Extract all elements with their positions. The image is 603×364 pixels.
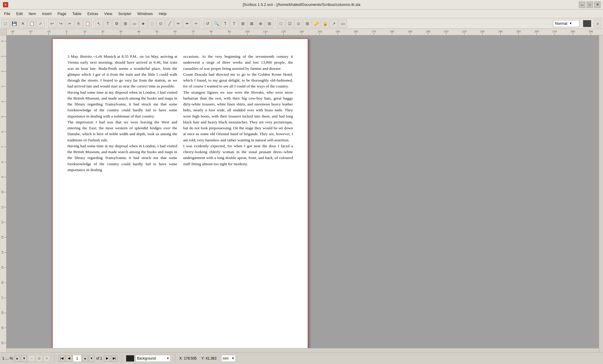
zoom-down-button[interactable]: ▼ [21,355,27,362]
paste-button[interactable]: 📋 [83,19,92,28]
cut-button[interactable]: ✂ [66,19,74,28]
page-navigation: |◀ ◀ 1 ▲ ▼ of 1 ▶ ▶| [59,355,117,362]
menu-table[interactable]: Table [69,10,85,17]
check-button[interactable]: ✓ [37,19,45,28]
svg-text:290: 290 [589,30,593,33]
zoom-fit-button[interactable]: ⊙ [36,355,42,362]
pdf-checkbox[interactable]: ☑ [286,19,294,28]
pdf-radio[interactable]: ⊙ [294,19,303,28]
next-page-button[interactable]: ▶ [104,355,110,362]
svg-text:70: 70 [192,30,195,33]
arc-tool[interactable]: ◌ [148,19,156,28]
menu-view[interactable]: View [101,10,115,17]
status-bar: 1·…·% ▲ ▼ − ⊙ + |◀ ◀ 1 ▲ ▼ of 1 ▶ ▶| Bac… [0,352,603,364]
new-button[interactable]: □ [1,19,9,28]
coords-section: X: 178.505 Y: 41.363 mm ▼ [179,355,236,362]
zoom-in-button[interactable]: + [44,355,50,362]
svg-text:17: 17 [1,296,4,299]
col2-paragraph-4: I was evidently expected, for when I got… [183,143,293,167]
col1-paragraph-3: The impression I had was that we were le… [67,119,177,143]
menu-item[interactable]: Item [26,10,39,17]
svg-text:60: 60 [174,30,177,33]
svg-text:250: 250 [516,30,521,33]
svg-text:12: 12 [1,221,4,224]
spiral-tool[interactable]: ⊙ [157,19,165,28]
text-column-2[interactable]: occasions. At the very beginning of the … [183,54,293,347]
svg-text:150: 150 [336,30,340,33]
redo-button[interactable]: ↪ [57,19,65,28]
zoom-up-button[interactable]: ▲ [14,355,20,362]
menu-extras[interactable]: Extras [85,10,101,17]
page-up-button[interactable]: ▲ [82,355,88,362]
svg-text:210: 210 [444,30,448,33]
pdf-annotation[interactable]: ▭ [339,19,347,28]
menu-file[interactable]: File [1,10,13,17]
sep2 [93,20,93,27]
line-tool[interactable]: ╱ [165,19,174,28]
menu-windows[interactable]: Windows [134,10,156,17]
menu-insert[interactable]: Insert [39,10,55,17]
close-doc-button[interactable]: ✕ [19,19,27,28]
save-button[interactable]: 💾 [10,19,18,28]
unit-dropdown[interactable]: mm ▼ [221,355,236,362]
preflight-button[interactable]: 📋 [28,19,36,28]
scrollbar-horizontal[interactable] [6,348,599,352]
freehand-tool[interactable]: ✒ [183,19,191,28]
layer-section: Background ▼ [126,355,171,362]
prev-page-button[interactable]: ◀ [66,355,72,362]
window-title: [Scribus 1.5.2.svn - [/home/khaled/Docum… [243,2,360,7]
pdf-text-field[interactable]: ⊞ [303,19,312,28]
svg-text:100: 100 [245,30,250,33]
zoom-out-button[interactable]: − [28,355,35,362]
text-column-1[interactable]: 3 May. Bistritz.--Left Munich at 8:35 P.… [67,54,177,347]
unlink-tool[interactable]: ⊠ [248,19,256,28]
text-edit-2[interactable]: T [230,19,238,28]
text-edit-1[interactable]: T [221,19,229,28]
svg-text:260: 260 [534,30,539,33]
layer-dropdown[interactable]: Background ▼ [135,355,171,362]
eye-dropper[interactable]: ⊕ [256,19,265,28]
color-swatch[interactable] [583,20,591,27]
pdf-link[interactable]: ↗ [330,19,338,28]
svg-text:10: 10 [1,191,4,193]
table-tool[interactable]: ⊞ [121,19,130,28]
copy-button[interactable]: ⎘ [74,19,83,28]
menu-help[interactable]: Help [156,10,170,17]
page-number-input[interactable]: 1 [73,355,82,362]
menu-scripter[interactable]: Scripter [115,10,134,17]
edit-tool[interactable]: ⚙ [112,19,121,28]
close-button[interactable]: ✕ [3,2,8,7]
zoom-section: 1·…·% ▲ ▼ − ⊙ + [2,355,50,362]
scrollbar-vertical[interactable] [599,35,603,352]
menu-page[interactable]: Page [54,10,69,17]
canvas-area[interactable]: 3 May. Bistritz.--Left Munich at 8:35 P.… [6,35,599,352]
style-dropdown[interactable]: Normal ▼ [553,20,579,27]
undo-button[interactable]: ↩ [48,19,56,28]
pdf-combo[interactable]: 🔒 [321,19,329,28]
rotate-tool[interactable]: ↺ [203,19,212,28]
page-down-button[interactable]: ▼ [89,355,95,362]
y-label: Y: [201,356,205,360]
link-tool[interactable]: ⊞ [239,19,247,28]
first-page-button[interactable]: |◀ [59,355,65,362]
measurements[interactable]: ⊞ [265,19,274,28]
pdf-push-button[interactable]: □ [277,19,285,28]
minimize-button[interactable]: — [579,1,585,8]
zoom-tool[interactable]: 🔍 [212,19,221,28]
maximize-close-button[interactable]: ✕ [594,1,601,8]
vertical-ruler: 01234567891011121314151617181920 [0,35,6,352]
bezier-tool[interactable]: ✏ [174,19,183,28]
shape-tool[interactable]: ▭ [130,19,138,28]
restore-button[interactable]: □ [587,1,593,8]
calligraphy-tool[interactable]: ✑ [192,19,200,28]
polygon-tool[interactable]: ★ [139,19,147,28]
status-div1 [54,354,54,363]
text-tool[interactable]: T [104,19,112,28]
select-tool[interactable]: ↖ [95,19,103,28]
pdf-list[interactable]: 🔑 [312,19,320,28]
last-page-button[interactable]: ▶| [111,355,117,362]
expand-button[interactable]: » [594,19,602,28]
text-columns: 3 May. Bistritz.--Left Munich at 8:35 P.… [67,54,293,347]
menu-edit[interactable]: Edit [13,10,26,17]
window-controls: — □ ✕ [579,1,601,8]
